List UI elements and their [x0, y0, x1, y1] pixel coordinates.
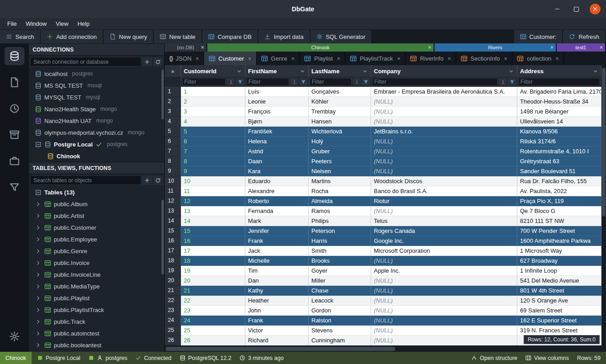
cell-company[interactable]: Rogers Canada: [371, 226, 517, 236]
row-number[interactable]: 26: [165, 336, 181, 345]
cell-firstname[interactable]: Richard: [245, 336, 309, 345]
sidebar-history-button[interactable]: [5, 99, 24, 118]
toolbar-new-query-button[interactable]: New query: [104, 30, 153, 43]
connection-item-nano2health-stage[interactable]: Nano2Health Stagemongo: [29, 103, 164, 115]
toolbar-customer-button[interactable]: Customer:: [514, 30, 563, 43]
cell-company[interactable]: (NULL): [371, 276, 517, 286]
cell-company[interactable]: (NULL): [371, 117, 517, 127]
table-item-public-genre[interactable]: public.Genre: [29, 245, 164, 257]
cell-lastname[interactable]: Ramos: [309, 206, 371, 216]
connection-item-postgre-local[interactable]: Postgre Localpostgres: [29, 138, 164, 150]
cell-customerid[interactable]: 26: [181, 336, 245, 345]
table-item-public-playlist[interactable]: public.Playlist: [29, 292, 164, 304]
row-number[interactable]: 17: [165, 246, 181, 256]
cell-company[interactable]: (NULL): [371, 156, 517, 166]
filter-menu-button[interactable]: [227, 78, 235, 86]
menu-file[interactable]: File: [3, 18, 21, 29]
cell-lastname[interactable]: Gruber: [309, 147, 371, 156]
cell-company[interactable]: (NULL): [371, 336, 517, 345]
cell-firstname[interactable]: Helena: [245, 137, 309, 147]
cell-customerid[interactable]: 13: [181, 206, 245, 216]
row-number[interactable]: 15: [165, 226, 181, 236]
tab-json[interactable]: {}JSON×: [165, 52, 204, 65]
close-icon[interactable]: ×: [555, 55, 559, 62]
cell-company[interactable]: JetBrains s.r.o.: [371, 127, 517, 137]
cell-lastname[interactable]: Hansen: [309, 117, 371, 127]
cell-company[interactable]: (NULL): [371, 166, 517, 176]
cell-address[interactable]: 627 Broadway: [517, 256, 601, 266]
cell-firstname[interactable]: François: [245, 107, 309, 117]
group-tab-rivers[interactable]: Rivers×: [434, 43, 556, 52]
cell-company[interactable]: (NULL): [371, 306, 517, 316]
cell-firstname[interactable]: Astrid: [245, 147, 309, 156]
table-item-public-artist[interactable]: public.Artist: [29, 210, 164, 222]
cell-customerid[interactable]: 8: [181, 156, 245, 166]
cell-firstname[interactable]: Jennifer: [245, 226, 309, 236]
toolbar-add-connection-button[interactable]: Add connection: [41, 30, 103, 43]
row-number[interactable]: 8: [165, 156, 181, 166]
cell-address[interactable]: Klanova 9/506: [517, 127, 601, 137]
row-number[interactable]: 13: [165, 206, 181, 216]
cell-lastname[interactable]: Harris: [309, 236, 371, 246]
grid-vscroll-thumb[interactable]: [602, 68, 606, 217]
toolbar-refresh-button[interactable]: Refresh: [563, 30, 605, 43]
status-connected[interactable]: Connected: [135, 355, 171, 361]
column-header-lastname[interactable]: LastName: [309, 65, 371, 77]
row-number[interactable]: 25: [165, 326, 181, 336]
cell-customerid[interactable]: 11: [181, 186, 245, 196]
cell-company[interactable]: (NULL): [371, 286, 517, 296]
tab-customer[interactable]: Customer×: [204, 52, 257, 65]
filter-funnel-button[interactable]: [299, 78, 307, 86]
cell-customerid[interactable]: 21: [181, 286, 245, 296]
cell-firstname[interactable]: Alexandre: [245, 186, 309, 196]
row-number[interactable]: 6: [165, 137, 181, 147]
minimize-button[interactable]: [552, 4, 563, 14]
cell-address[interactable]: Theodor-Heuss-Straße 34: [517, 97, 601, 107]
cell-customerid[interactable]: 6: [181, 137, 245, 147]
cell-company[interactable]: (NULL): [371, 147, 517, 156]
status-database-segment[interactable]: Chinook: [0, 352, 32, 364]
cell-lastname[interactable]: Köhler: [309, 97, 371, 107]
row-number[interactable]: 3: [165, 107, 181, 117]
group-tab-chinook[interactable]: Chinook×: [207, 43, 434, 52]
column-header-firstname[interactable]: FirstName: [245, 65, 309, 77]
cell-address[interactable]: Sønder Boulevard 51: [517, 166, 601, 176]
toolbar-import-data-button[interactable]: Import data: [258, 30, 310, 43]
cell-customerid[interactable]: 19: [181, 266, 245, 276]
cell-address[interactable]: Rotenturmstraße 4, 1010 I: [517, 147, 601, 156]
row-number[interactable]: 1: [165, 87, 181, 97]
column-header-address[interactable]: Address: [517, 65, 601, 77]
cell-firstname[interactable]: Eduardo: [245, 176, 309, 186]
cell-firstname[interactable]: Daan: [245, 156, 309, 166]
table-item-public-album[interactable]: public.Album: [29, 198, 164, 210]
table-item-public-playlisttrack[interactable]: public.PlaylistTrack: [29, 304, 164, 316]
cell-firstname[interactable]: Mark: [245, 216, 309, 226]
cell-company[interactable]: (NULL): [371, 316, 517, 326]
row-number[interactable]: 7: [165, 147, 181, 156]
cell-firstname[interactable]: Leonie: [245, 97, 309, 107]
expand-columns-button[interactable]: »: [165, 65, 181, 77]
tab-playlist[interactable]: Playlist×: [300, 52, 345, 65]
cell-lastname[interactable]: Smith: [309, 246, 371, 256]
row-number[interactable]: 12: [165, 196, 181, 206]
cell-firstname[interactable]: John: [245, 306, 309, 316]
connection-item-mysql-test[interactable]: MYSQL TESTmysql: [29, 91, 164, 103]
row-number[interactable]: 4: [165, 117, 181, 127]
connection-item-chinook[interactable]: Chinook: [29, 150, 164, 162]
cell-customerid[interactable]: 12: [181, 196, 245, 206]
table-item-public-track[interactable]: public.Track: [29, 316, 164, 327]
status-rows-59[interactable]: Rows: 59: [577, 355, 601, 361]
connections-search-input[interactable]: [30, 57, 141, 66]
sidebar-files-button[interactable]: [5, 73, 24, 91]
menu-help[interactable]: Help: [73, 18, 94, 29]
filter-input-customerid[interactable]: [182, 78, 226, 86]
cell-address[interactable]: 541 Del Medio Avenue: [517, 276, 601, 286]
cell-customerid[interactable]: 7: [181, 147, 245, 156]
add-connection-small-button[interactable]: [142, 57, 152, 66]
toolbar-search-button[interactable]: Search: [0, 30, 40, 43]
tables-scrollbar[interactable]: [162, 200, 164, 274]
cell-company[interactable]: (NULL): [371, 107, 517, 117]
cell-address[interactable]: Av. Brigadeiro Faria Lima, 2170: [517, 87, 601, 97]
close-icon[interactable]: ×: [448, 55, 451, 62]
cell-customerid[interactable]: 14: [181, 216, 245, 226]
